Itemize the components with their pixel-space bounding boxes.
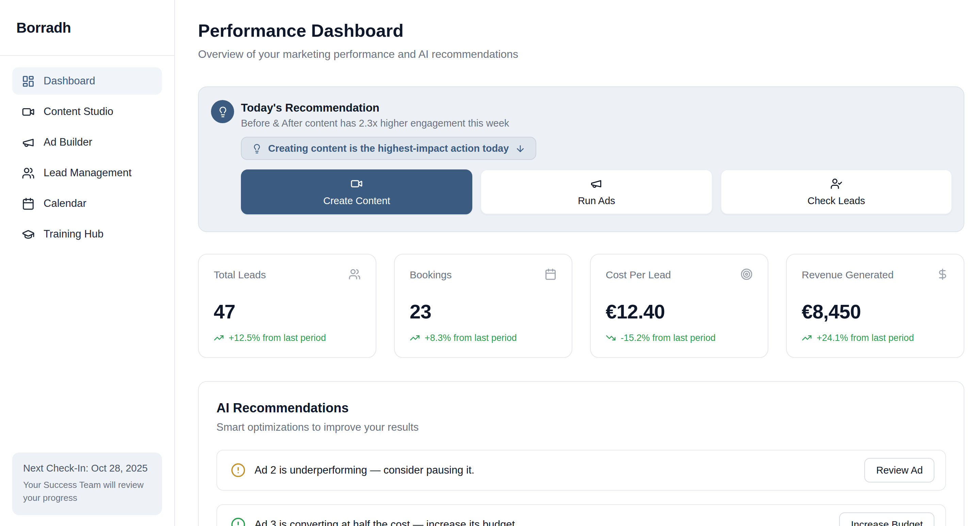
sidebar-item-content-studio[interactable]: Content Studio [12,98,162,125]
dollar-sign-icon [937,268,949,280]
ai-recommendation-row: Ad 2 is underperforming — consider pausi… [216,450,946,491]
stat-card-cost-per-lead: Cost Per Lead €12.40 -15.2% from last pe… [590,254,768,358]
sidebar-item-label: Dashboard [43,75,95,87]
stat-label: Revenue Generated [802,269,894,280]
users-icon [348,268,361,280]
stat-delta-label: +8.3% from last period [425,333,517,343]
ai-recommendation-row: Ad 3 is converting at half the cost — in… [216,504,946,526]
ai-recommendations-card: AI Recommendations Smart optimizations t… [198,381,964,526]
stat-value: 47 [214,301,361,323]
users-icon [22,166,35,179]
review-ad-button[interactable]: Review Ad [865,458,934,482]
user-check-icon [830,178,843,190]
check-leads-button[interactable]: Check Leads [721,169,952,215]
lightbulb-icon [211,100,234,123]
graduation-cap-icon [22,227,35,240]
trending-up-icon [410,333,420,343]
megaphone-icon [22,136,35,149]
app-window: Borradh Dashboard Content Studio Ad Buil… [0,0,980,526]
recommendation-subtitle: Before & After content has 2.3x higher e… [241,118,509,129]
stat-delta-label: +12.5% from last period [229,333,326,343]
main-content: Performance Dashboard Overview of your m… [175,0,980,526]
recommendation-title: Today's Recommendation [241,100,509,114]
sidebar-item-label: Content Studio [43,105,113,118]
video-icon [22,105,35,118]
stat-label: Total Leads [214,269,266,280]
action-button-label: Check Leads [808,195,865,206]
page-subtitle: Overview of your marketing performance a… [198,48,964,60]
stat-label: Cost Per Lead [606,269,671,280]
sidebar-item-label: Ad Builder [43,136,92,148]
sidebar-item-label: Training Hub [43,228,103,240]
stat-delta-label: -15.2% from last period [620,333,716,343]
arrow-down-icon [515,143,525,153]
megaphone-icon [590,178,603,190]
trending-up-icon [214,333,224,343]
stats-row: Total Leads 47 +12.5% from last period B… [198,254,964,358]
action-button-label: Create Content [323,195,390,206]
sidebar-item-label: Calendar [43,197,86,210]
sidebar-item-training-hub[interactable]: Training Hub [12,221,162,248]
target-icon [740,268,753,280]
stat-label: Bookings [410,269,452,280]
stat-value: 23 [410,301,557,323]
run-ads-button[interactable]: Run Ads [481,169,713,215]
layout-dashboard-icon [22,75,35,87]
brand-logo: Borradh [0,0,174,56]
checkin-subtitle: Your Success Team will review your progr… [23,479,151,505]
quick-actions-row: Create Content Run Ads Check Leads [241,169,952,215]
sidebar-nav: Dashboard Content Studio Ad Builder Lead… [0,56,174,259]
stat-card-revenue-generated: Revenue Generated €8,450 +24.1% from las… [786,254,964,358]
stat-card-bookings: Bookings 23 +8.3% from last period [394,254,572,358]
calendar-icon [544,268,557,280]
sidebar: Borradh Dashboard Content Studio Ad Buil… [0,0,175,526]
highlight-pill-label: Creating content is the highest-impact a… [268,143,509,154]
ai-recommendation-text: Ad 2 is underperforming — consider pausi… [255,464,856,476]
lightbulb-icon [252,143,262,153]
increase-budget-button[interactable]: Increase Budget [840,512,934,526]
video-icon [350,178,363,190]
ai-recommendations-title: AI Recommendations [216,401,946,416]
todays-recommendation-banner: Today's Recommendation Before & After co… [198,86,964,232]
sidebar-item-lead-management[interactable]: Lead Management [12,159,162,186]
sidebar-item-ad-builder[interactable]: Ad Builder [12,129,162,156]
checkin-title: Next Check-In: Oct 28, 2025 [23,463,151,474]
page-title: Performance Dashboard [198,21,964,41]
ai-recommendation-text: Ad 3 is converting at half the cost — in… [255,518,830,526]
trending-up-icon [802,333,812,343]
next-checkin-card: Next Check-In: Oct 28, 2025 Your Success… [12,453,162,515]
ai-recommendations-subtitle: Smart optimizations to improve your resu… [216,421,946,434]
stat-value: €12.40 [606,301,753,323]
action-button-label: Run Ads [578,195,615,206]
stat-value: €8,450 [802,301,949,323]
alert-circle-icon [231,517,246,526]
sidebar-item-label: Lead Management [43,167,132,179]
create-content-button[interactable]: Create Content [241,169,473,215]
calendar-icon [22,197,35,210]
stat-card-total-leads: Total Leads 47 +12.5% from last period [198,254,376,358]
sidebar-item-dashboard[interactable]: Dashboard [12,67,162,95]
alert-circle-icon [231,463,246,478]
trending-down-icon [606,333,616,343]
sidebar-item-calendar[interactable]: Calendar [12,190,162,217]
highlight-pill[interactable]: Creating content is the highest-impact a… [241,137,536,160]
stat-delta-label: +24.1% from last period [817,333,914,343]
